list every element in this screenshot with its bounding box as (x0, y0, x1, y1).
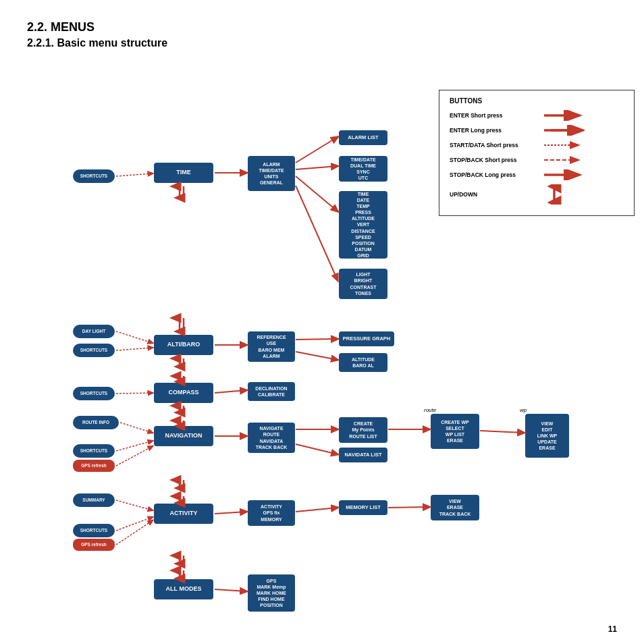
svg-line-19 (116, 348, 153, 350)
pressure-graph: PRESSURE GRAPH (339, 331, 394, 346)
legend-row-enter-short: ENTER Short press (450, 110, 624, 121)
create-wp: CREATE WPSELECTWP LISTERASE (431, 414, 479, 449)
nav-menu: NAVIGATEROUTENAVIDATATRACK BACK (248, 423, 295, 453)
svg-line-28 (215, 390, 246, 393)
time-box: TIME (154, 163, 213, 183)
svg-line-18 (116, 331, 153, 343)
diagram-area: BUTTONS ENTER Short press ENTER Long pre… (27, 56, 617, 610)
general-menu: LIGHTBRIGHTCONTRASTTONES (339, 269, 387, 299)
svg-line-46 (116, 517, 153, 531)
legend-row-enter-long: ENTER Long press (450, 125, 624, 136)
navidata-list: NAVIDATA LIST (339, 448, 387, 462)
daylight-box: DAY LIGHT (73, 325, 115, 338)
altibaro-box: ALTI/BARO (154, 335, 213, 355)
wp-label: wp (520, 407, 527, 413)
svg-line-38 (296, 444, 338, 454)
page-number: 11 (608, 624, 617, 634)
all-modes-menu: GPSMARK MempMARK HOMEFIND HOMEPOSITION (248, 574, 295, 612)
svg-line-12 (296, 176, 338, 211)
route-info-box: ROUTE INFO (73, 416, 119, 429)
page: 2.2. MENUS 2.2.1. Basic menu structure B… (0, 0, 644, 644)
legend-row-stopback-short: STOP/BACK Short press (450, 155, 624, 165)
wp-menu: VIEWEDITLINK WPUPDATEERASE (525, 414, 569, 458)
timedate-menu: TIME/DATEDUAL TIMESYNCUTC (339, 156, 387, 182)
alarm-menu: ALARMTIME/DATEUNITSGENERAL (248, 156, 295, 191)
svg-line-21 (296, 339, 338, 340)
gps-refresh-1: GPS refresh (73, 460, 115, 472)
shortcuts-compass: SHORTCUTS (73, 387, 115, 400)
activity-menu: ACTIVITYGPS fixMEMORY (248, 500, 295, 526)
route-label: route (424, 407, 436, 413)
altitude-baro: ALTITUDEBARO AL (339, 353, 387, 372)
shortcuts-altibaro: SHORTCUTS (73, 344, 115, 357)
svg-line-11 (296, 166, 338, 169)
units-menu: TIMEDATETEMPPRESSALTITUDEVERTDISTANCESPE… (339, 191, 387, 259)
svg-line-50 (388, 507, 429, 508)
svg-line-40 (480, 431, 524, 433)
shortcuts-activity: SHORTCUTS (73, 524, 115, 537)
compass-menu: DECLINATIONCALIBRATE (248, 382, 295, 401)
svg-line-27 (116, 393, 153, 394)
svg-line-13 (296, 186, 338, 280)
legend-row-stopback-long: STOP/BACK Long press (450, 169, 624, 180)
svg-line-48 (215, 512, 246, 514)
legend-box: BUTTONS ENTER Short press ENTER Long pre… (439, 90, 635, 216)
alarm-list: ALARM LIST (339, 130, 387, 145)
subsection-heading: 2.2.1. Basic menu structure (27, 37, 617, 49)
activity-box: ACTIVITY (154, 504, 213, 524)
navigation-box: NAVIGATION (154, 426, 213, 446)
view-erase: VIEWERASETRACK BACK (431, 495, 479, 520)
shortcuts-time: SHORTCUTS (73, 169, 115, 183)
svg-line-49 (296, 508, 338, 512)
svg-line-33 (120, 423, 153, 433)
svg-line-22 (296, 352, 338, 360)
legend-row-startdata: START/DATA Short press (450, 140, 624, 151)
shortcuts-nav: SHORTCUTS (73, 444, 115, 458)
all-modes-box: ALL MODES (154, 579, 213, 599)
summary-box: SUMMARY (73, 493, 115, 507)
compass-box: COMPASS (154, 383, 213, 403)
gps-refresh-2: GPS refresh (73, 539, 115, 551)
section-heading: 2.2. MENUS (27, 20, 617, 34)
create-menu: CREATEMy PointsROUTE LIST (339, 417, 387, 443)
svg-line-10 (296, 137, 338, 163)
svg-line-8 (116, 173, 153, 176)
legend-row-updown: UP/DOWN (450, 184, 624, 205)
svg-line-45 (116, 500, 153, 510)
memory-list: MEMORY LIST (339, 500, 387, 515)
legend-title: BUTTONS (450, 97, 624, 105)
svg-line-55 (215, 589, 246, 591)
svg-line-34 (116, 441, 153, 451)
svg-line-35 (116, 446, 153, 466)
svg-line-47 (116, 520, 153, 545)
altibaro-menu: REFERENCEUSEBARO MEMALARM (248, 331, 295, 362)
